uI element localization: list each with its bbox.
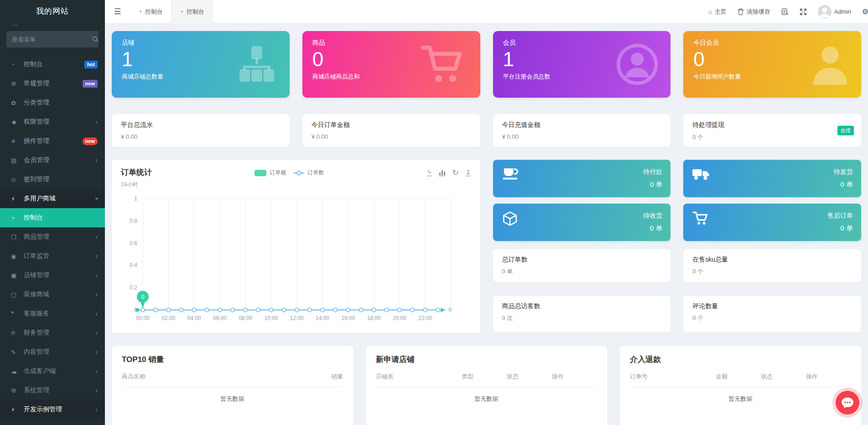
desktop-icon: ▢ — [11, 291, 24, 298]
download-icon[interactable]: ↧ — [466, 169, 471, 176]
refresh-icon[interactable]: ↻ — [452, 170, 459, 176]
users-icon: ☻ — [11, 119, 24, 126]
sidebar-item-18[interactable]: ⚡开发示例管理‹ — [0, 400, 105, 419]
chevron-left-icon: ‹ — [95, 406, 98, 413]
cart-icon: ❒ — [11, 234, 24, 241]
order-stack-left: 待付款 0 单 待收货 0 单 总订单数 0 单 商品总访客数 0 次 — [493, 160, 671, 333]
finance-icon: ℗ — [11, 330, 24, 336]
svg-text:00:00: 00:00 — [136, 315, 150, 321]
svg-text:04:00: 04:00 — [187, 315, 201, 321]
sidebar-item-1[interactable]: ⚙常规管理new — [0, 74, 105, 93]
bar-chart-toggle-icon[interactable] — [439, 170, 446, 176]
svg-text:0.8: 0.8 — [130, 218, 137, 224]
gear-icon: ⚙ — [11, 387, 24, 394]
sidebar-item-16[interactable]: ☁生成客户端‹ — [0, 362, 105, 381]
sidebar-item-0[interactable]: ◔控制台hot — [0, 55, 105, 74]
chevron-left-icon: ‹ — [95, 157, 98, 164]
document-icon[interactable] — [781, 8, 789, 16]
money-card-row: 平台总流水 ¥ 0.00 今日订单金额 ¥ 0.00 今日充值金额 ¥ 0.00… — [112, 114, 861, 147]
chevron-left-icon: ‹ — [95, 348, 98, 356]
clear-cache-button[interactable]: 清除缓存 — [738, 8, 770, 16]
badge: new — [83, 80, 98, 88]
fullscreen-icon[interactable] — [800, 8, 807, 16]
sidebar-item-11[interactable]: ▣店铺管理‹ — [0, 266, 105, 285]
svg-text:12:00: 12:00 — [290, 315, 304, 321]
avatar — [818, 5, 832, 19]
trash-icon — [738, 8, 744, 15]
card-total-orders: 总订单数 0 单 — [493, 249, 671, 282]
sidebar-item-8[interactable]: ◔控制台 — [0, 208, 105, 227]
comments-icon: ❞ — [11, 310, 24, 317]
sidebar-item-9[interactable]: ❒商品管理‹ — [0, 227, 105, 247]
sidebar-item-3[interactable]: ☻权限管理‹ — [0, 112, 105, 131]
sidebar-item-13[interactable]: ❞客服服务‹ — [0, 304, 105, 323]
sidebar-item-6[interactable]: ⊙签到管理 — [0, 170, 105, 189]
svg-text:08:00: 08:00 — [239, 315, 252, 321]
svg-text:14:00: 14:00 — [316, 315, 329, 321]
shop-icon: ▣ — [11, 272, 24, 279]
card-aftersale-orders[interactable]: 售后订单 0 单 — [683, 204, 861, 241]
home-link[interactable]: ⌂ 主页 — [708, 8, 727, 16]
tab-console-1[interactable]: ◔ 控制台 — [130, 0, 171, 24]
chevron-left-icon: ‹ — [95, 291, 98, 298]
chart-title: 订单统计 — [121, 167, 152, 178]
tab-console-2[interactable]: ◔ 控制台 — [171, 0, 213, 24]
chart-row: 订单统计 24小时 订单额 订单数 ∿ ↻ ↧ 00.20.40.60.8100… — [112, 160, 861, 333]
magic-wand-icon: ⚡ — [11, 195, 24, 202]
sidebar-item-17[interactable]: ⚙系统管理‹ — [0, 381, 105, 400]
sidebar-item-2[interactable]: ✿分类管理 — [0, 93, 105, 112]
chart-toolbar: ∿ ↻ ↧ — [427, 169, 471, 176]
search-input[interactable] — [12, 36, 92, 43]
svg-text:18:00: 18:00 — [367, 315, 381, 321]
col-action: 操作 — [552, 373, 597, 381]
truck-icon — [692, 167, 710, 181]
svg-text:16:00: 16:00 — [341, 315, 355, 321]
legend-swatch-amount — [255, 170, 266, 176]
home-icon: ⌂ — [708, 8, 712, 15]
col-status: 状态 — [761, 373, 806, 381]
card-pending-receipt[interactable]: 待收货 0 单 — [493, 204, 671, 241]
hamburger-menu-icon[interactable]: ☰ — [105, 7, 130, 16]
chevron-left-icon: ‹ — [95, 252, 98, 260]
badge: new — [83, 137, 98, 145]
app-title: 我的网站 — [0, 0, 105, 23]
sidebar-item-15[interactable]: ✎内容管理‹ — [0, 342, 105, 362]
card-pending-payment[interactable]: 待付款 0 单 — [493, 160, 671, 197]
sitemap-icon — [236, 46, 278, 83]
card-today-recharge: 今日充值金额 ¥ 0.00 — [493, 114, 671, 147]
leaf-icon: ✿ — [11, 100, 24, 106]
user-icon — [811, 43, 849, 85]
sidebar-item-10[interactable]: ◉订单监管‹ — [0, 247, 105, 266]
svg-text:22:00: 22:00 — [418, 315, 432, 321]
pencil-icon: ✎ — [11, 349, 24, 356]
svg-text:1: 1 — [134, 195, 137, 202]
line-chart-toggle-icon[interactable]: ∿ — [427, 169, 432, 176]
sidebar-item-14[interactable]: ℗财务管理‹ — [0, 323, 105, 342]
user-menu[interactable]: Admin — [818, 5, 851, 19]
col-sales: 销量 — [267, 373, 343, 381]
sidebar-item-7[interactable]: ⚡多用户商城‹ — [0, 189, 105, 208]
svg-text:0: 0 — [141, 294, 145, 300]
refund-intervention-card: 介入退款 订单号 金额 状态 操作 暂无数据 — [620, 346, 861, 425]
svg-text:0.2: 0.2 — [130, 284, 137, 291]
chevron-left-icon: ‹ — [95, 367, 98, 375]
svg-text:0.4: 0.4 — [130, 262, 137, 268]
card-today-order-amount: 今日订单金额 ¥ 0.00 — [302, 114, 480, 147]
order-stack-right: 待发货 0 单 售后订单 0 单 在售sku总量 0 个 评论数量 0 — [683, 160, 861, 333]
chart-subtitle: 24小时 — [121, 181, 152, 189]
col-shop-name: 店铺名 — [376, 373, 462, 381]
handle-button[interactable]: 处理 — [837, 126, 854, 136]
svg-text:0: 0 — [448, 307, 452, 313]
coffee-cup-icon — [502, 167, 519, 181]
card-pending-shipment[interactable]: 待发货 0 单 — [683, 160, 861, 197]
sidebar-item-12[interactable]: ▢装修商城‹ — [0, 285, 105, 304]
chevron-left-icon: ‹ — [95, 310, 98, 317]
gear-icon[interactable]: ⚙ — [862, 7, 868, 16]
legend-swatch-count — [293, 173, 304, 173]
empty-state: 暂无数据 — [630, 387, 851, 403]
topbar: ☰ ◔ 控制台 ◔ 控制台 ⌂ 主页 清除缓存 Admin ⚙ — [105, 0, 868, 24]
cloud-icon: ☁ — [11, 368, 24, 375]
chat-fab-button[interactable] — [832, 388, 863, 418]
sidebar-item-4[interactable]: ✈插件管理new — [0, 131, 105, 151]
sidebar-item-5[interactable]: ▤会员管理‹ — [0, 151, 105, 170]
